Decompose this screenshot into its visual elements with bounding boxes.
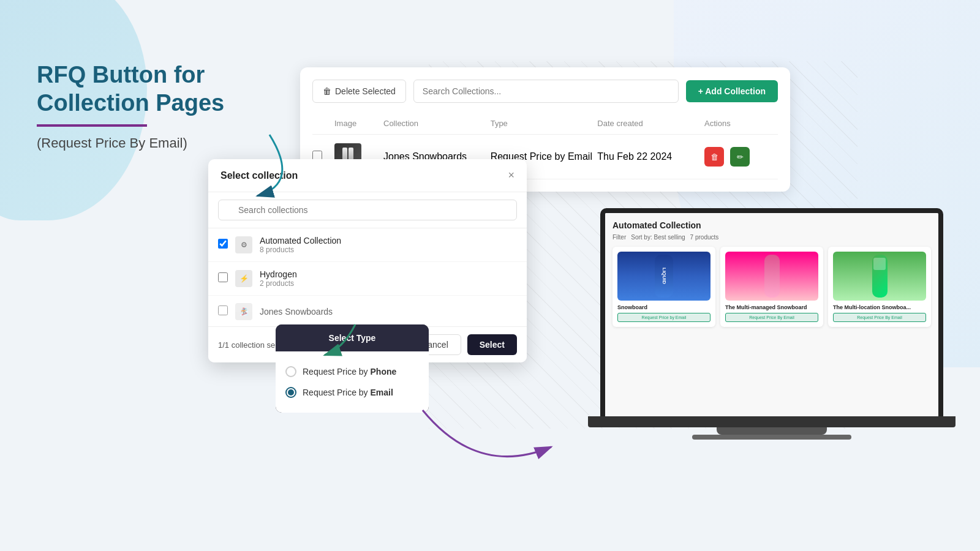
laptop-stand <box>717 427 827 435</box>
select-type-option-email[interactable]: Request Price by Email <box>285 382 419 403</box>
table-header: Image Collection Type Date created Actio… <box>312 113 778 135</box>
actions-col-header: Actions <box>704 119 778 128</box>
table-toolbar: 🗑 Delete Selected + Add Collection <box>312 80 778 103</box>
modal-list-item[interactable]: ⚙ Automated Collection 8 products <box>208 228 527 262</box>
modal-list-item[interactable]: ⚡ Hydrogen 2 products <box>208 262 527 296</box>
laptop-rfq-btn-2[interactable]: Request Price By Email <box>833 313 926 322</box>
laptop-product-name-1: The Multi-managed Snowboard <box>725 304 818 310</box>
modal-header: Select collection × <box>208 159 527 192</box>
item-checkbox-wrapper[interactable] <box>218 239 228 251</box>
item-checkbox-1[interactable] <box>218 272 228 282</box>
modal-search-input[interactable] <box>218 200 517 220</box>
item-name-2: Jones Snowboards <box>260 307 517 317</box>
select-type-option-phone[interactable]: Request Price by Phone <box>285 361 419 382</box>
laptop-product-img-1 <box>725 252 818 301</box>
item-info-2: Jones Snowboards <box>260 307 517 317</box>
laptop-rfq-btn-0[interactable]: Request Price by Email <box>617 313 710 322</box>
edit-row-button[interactable]: ✏ <box>730 147 750 167</box>
modal-list-item[interactable]: 🏂 Jones Snowboards <box>208 296 527 326</box>
laptop-product-name-2: The Multi-location Snowboa... <box>833 304 926 310</box>
item-info-0: Automated Collection 8 products <box>260 236 517 254</box>
trash-icon: 🗑 <box>323 86 331 96</box>
add-collection-button[interactable]: + Add Collection <box>686 80 778 102</box>
laptop-product-img-2 <box>833 252 926 301</box>
date-col-header: Date created <box>597 119 704 128</box>
product-count: 7 products <box>690 234 719 241</box>
modal-search-area: 🔍 <box>208 192 527 228</box>
laptop-base <box>588 416 956 427</box>
item-info-1: Hydrogen 2 products <box>260 269 517 288</box>
row-date: Thu Feb 22 2024 <box>597 151 704 162</box>
option-phone-label: Request Price by Phone <box>303 367 396 377</box>
laptop-mockup: Automated Collection Filter Sort by: Bes… <box>564 208 980 440</box>
laptop-product-card-2: The Multi-location Snowboa... Request Pr… <box>828 247 931 327</box>
sort-label: Sort by: Best selling <box>631 234 685 241</box>
checkbox-col-header <box>312 119 334 128</box>
item-icon-2: 🏂 <box>235 303 252 320</box>
laptop-page-title: Automated Collection <box>612 220 931 230</box>
laptop-product-card-0: LIQUID Snowboard Request Price by Email <box>612 247 715 327</box>
item-checkbox-wrapper[interactable] <box>218 272 228 285</box>
image-col-header: Image <box>334 119 383 128</box>
laptop-screen: Automated Collection Filter Sort by: Bes… <box>600 208 943 416</box>
item-name-0: Automated Collection <box>260 236 517 246</box>
hero-title: RFQ Button for Collection Pages <box>37 61 270 117</box>
item-count-1: 2 products <box>260 279 517 288</box>
hero-underline <box>37 124 147 127</box>
laptop-product-name-0: Snowboard <box>617 304 710 310</box>
modal-title: Select collection <box>221 170 298 181</box>
collection-col-header: Collection <box>383 119 491 128</box>
option-email-label: Request Price by Email <box>303 388 393 397</box>
delete-row-button[interactable]: 🗑 <box>704 147 724 167</box>
type-col-header: Type <box>491 119 598 128</box>
modal-list: ⚙ Automated Collection 8 products ⚡ Hydr… <box>208 228 527 326</box>
radio-email-inner <box>288 389 294 395</box>
select-button[interactable]: Select <box>467 334 517 355</box>
delete-selected-button[interactable]: 🗑 Delete Selected <box>312 80 406 103</box>
laptop-foot <box>692 435 851 440</box>
laptop-product-card-1: The Multi-managed Snowboard Request Pric… <box>720 247 823 327</box>
item-checkbox-2[interactable] <box>218 305 228 315</box>
item-checkbox-wrapper[interactable] <box>218 305 228 318</box>
radio-phone[interactable] <box>285 366 296 377</box>
laptop-controls: Filter Sort by: Best selling 7 products <box>612 234 931 241</box>
laptop-products-grid: LIQUID Snowboard Request Price by Email … <box>612 247 931 327</box>
laptop-screen-content: Automated Collection Filter Sort by: Bes… <box>605 213 938 416</box>
item-icon-0: ⚙ <box>235 236 252 253</box>
select-type-body: Request Price by Phone Request Price by … <box>276 351 429 413</box>
item-count-0: 8 products <box>260 246 517 254</box>
modal-close-button[interactable]: × <box>508 169 514 182</box>
item-checkbox-0[interactable] <box>218 239 228 249</box>
item-name-1: Hydrogen <box>260 269 517 279</box>
hero-section: RFQ Button for Collection Pages (Request… <box>37 61 270 151</box>
filter-label: Filter <box>612 234 626 241</box>
modal-search-wrapper: 🔍 <box>218 200 517 220</box>
hero-subtitle: (Request Price By Email) <box>37 135 270 151</box>
select-type-popup: Select Type Request Price by Phone Reque… <box>276 324 429 413</box>
add-collection-label: + Add Collection <box>698 86 766 96</box>
item-icon-1: ⚡ <box>235 270 252 287</box>
select-type-header: Select Type <box>276 324 429 351</box>
row-actions: 🗑 ✏ <box>704 147 778 167</box>
laptop-rfq-btn-1[interactable]: Request Price By Email <box>725 313 818 322</box>
delete-selected-label: Delete Selected <box>335 86 396 96</box>
search-collections-input[interactable] <box>413 80 679 103</box>
laptop-product-img-0: LIQUID <box>617 252 710 301</box>
radio-email[interactable] <box>285 387 296 398</box>
